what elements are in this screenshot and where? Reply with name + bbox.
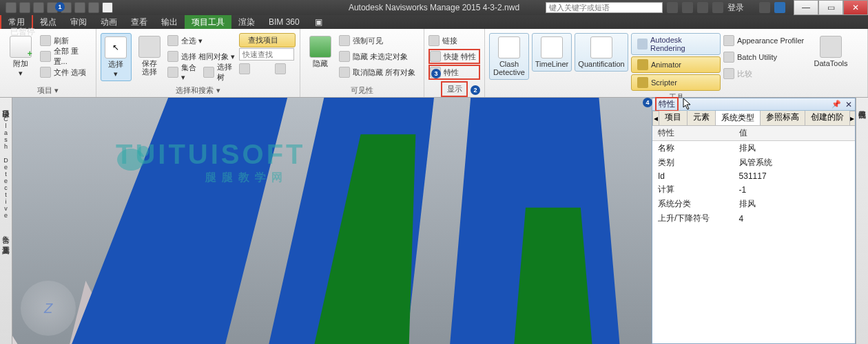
prop-tab-reflevel[interactable]: 参照标高	[760, 111, 805, 125]
hide-unselected-button[interactable]: 隐藏 未选定对象	[339, 49, 420, 64]
badge-3: 3	[431, 69, 441, 78]
badge-2: 2	[471, 85, 480, 95]
appearance-profiler-button[interactable]: Appearance Profiler	[723, 33, 812, 48]
maximize-button[interactable]: ▭	[818, 0, 843, 15]
tab-viewpoint[interactable]: 视点	[33, 15, 63, 30]
exchange-icon[interactable]	[759, 2, 770, 13]
prop-tab-systemtype[interactable]: 系统类型	[715, 111, 761, 126]
tab-scroll-right[interactable]: ▸	[849, 111, 856, 125]
prop-tab-element[interactable]: 元素	[687, 111, 716, 125]
close-button[interactable]: ✕	[843, 0, 868, 15]
animator-icon	[637, 59, 648, 70]
hide-icon	[309, 36, 331, 58]
key-icon[interactable]	[682, 2, 693, 13]
search-input[interactable]	[546, 2, 663, 13]
select-button[interactable]: ↖ 选择▾	[101, 33, 132, 81]
ribbon-group-select: ↖ 选择▾ 保存 选择 全选 ▾ 选择 相同对象 ▾ 集合 ▾选择 树 查找项目…	[96, 29, 300, 97]
right-sidebar: 保存的视点	[856, 98, 868, 344]
open-icon[interactable]	[19, 2, 30, 13]
clash-detective-button[interactable]: Clash Detective	[489, 33, 529, 80]
app-menu-icon[interactable]	[6, 2, 17, 13]
panel-close-icon[interactable]: ✕	[845, 100, 852, 109]
tab-animation[interactable]: 动画	[94, 15, 124, 30]
hide-button[interactable]: 隐藏	[304, 33, 336, 70]
ribbon-group-visibility: 隐藏 强制可见 隐藏 未选定对象 取消隐藏 所有对象 可见性	[300, 29, 424, 97]
left-tab-measure[interactable]: 测量工具	[1, 238, 11, 244]
table-row: 名称排风	[652, 141, 855, 156]
table-row: 类别风管系统	[652, 155, 855, 170]
quantification-button[interactable]: Quantification	[575, 33, 628, 72]
redo-icon[interactable]	[88, 2, 99, 13]
batch-utility-button[interactable]: Batch Utility	[723, 50, 812, 65]
unhide-all-button[interactable]: 取消隐藏 所有对象	[339, 65, 420, 80]
file-options-button[interactable]: 文件 选项	[40, 65, 92, 80]
svg-marker-2	[40, 98, 287, 344]
user-icon[interactable]	[712, 2, 723, 13]
quick-search-input[interactable]	[239, 48, 294, 61]
tab-review[interactable]: 审阅	[63, 15, 94, 30]
filter-icon[interactable]	[275, 63, 286, 74]
left-sidebar: 项目目录 Clash Detective 集合 测量工具	[0, 98, 12, 344]
zoom-icon[interactable]	[239, 63, 250, 74]
force-visible-button[interactable]: 强制可见	[339, 33, 420, 48]
watermark: TUITUISOFT 腿腿教学网	[116, 139, 306, 170]
properties-panel: 特性 📌 ✕ ◂ 项目 元素 系统类型 参照标高 创建的阶 ▸ 特性值 名称排风…	[652, 98, 856, 344]
tab-output[interactable]: 输出	[154, 15, 185, 30]
refresh-small-icon	[40, 35, 51, 46]
select-all-button[interactable]: 全选 ▾	[167, 33, 236, 48]
appearance-icon	[723, 35, 734, 46]
quick-properties-button[interactable]: 快捷 特性	[428, 49, 480, 64]
sets-icon	[167, 67, 178, 78]
left-tab-project-tree[interactable]: 项目目录	[1, 102, 11, 107]
star-icon[interactable]	[697, 2, 708, 13]
file-options-icon	[40, 67, 51, 78]
tab-render[interactable]: 渲染	[231, 15, 262, 30]
prop-tab-item[interactable]: 项目	[659, 111, 688, 125]
force-visible-icon	[339, 35, 350, 46]
undo-icon[interactable]	[74, 2, 85, 13]
right-tab-saved-viewpoints[interactable]: 保存的视点	[857, 102, 867, 107]
cursor-icon: ↖	[105, 36, 127, 58]
sets-button[interactable]: 集合 ▾选择 树	[167, 65, 236, 80]
animator-button[interactable]: Animator	[631, 56, 721, 73]
clash-icon	[498, 36, 520, 58]
link-icon	[428, 35, 440, 46]
properties-grid: 特性值 名称排风 类别风管系统 Id531117 计算-1 系统分类排风 上升/…	[652, 126, 855, 343]
help-icon[interactable]	[774, 2, 785, 13]
find-items-button[interactable]: 查找项目	[239, 33, 296, 47]
left-tab-sets[interactable]: 集合	[1, 227, 11, 233]
tab-itemtools[interactable]: 项目工具	[185, 15, 231, 30]
select-cursor-icon[interactable]	[102, 2, 113, 13]
quickprop-icon	[430, 51, 441, 62]
ribbon-tabs: 常用 视点 审阅 动画 查看 输出 项目工具 渲染 BIM 360 ▣	[0, 15, 868, 29]
properties-header[interactable]: 特性 📌 ✕	[652, 98, 855, 111]
pin-icon[interactable]: 📌	[831, 100, 841, 109]
datatools-button[interactable]: DataTools	[814, 33, 847, 70]
content-area: 项目目录 Clash Detective 集合 测量工具 TUITUISOFT …	[0, 98, 868, 344]
tree-icon	[203, 67, 214, 78]
tab-view[interactable]: 查看	[124, 15, 154, 30]
watermark-logo-icon	[116, 139, 158, 173]
binoculars-icon[interactable]	[667, 2, 678, 13]
left-tab-clash[interactable]: Clash Detective	[3, 113, 10, 222]
save-selection-button[interactable]: 保存 选择	[134, 33, 165, 78]
reset-all-button[interactable]: 全部 重置...	[40, 49, 92, 64]
prop-tab-phase[interactable]: 创建的阶	[805, 111, 850, 125]
login-link[interactable]: 登录	[727, 2, 744, 14]
links-button[interactable]: 链接	[428, 33, 480, 48]
minimize-button[interactable]: —	[794, 0, 818, 15]
compass[interactable]: Z	[21, 281, 76, 336]
append-button[interactable]: + 附加 ▾	[4, 33, 37, 80]
window-buttons: — ▭ ✕	[794, 0, 868, 15]
svg-marker-0	[12, 336, 68, 344]
timeliner-button[interactable]: TimeLiner	[532, 33, 572, 72]
scripter-button[interactable]: Scripter	[631, 74, 721, 91]
group-label-project: 项目 ▾	[4, 84, 92, 97]
save-icon[interactable]	[33, 2, 44, 13]
group-label-display: 显示	[441, 81, 468, 97]
autodesk-rendering-button[interactable]: Autodesk Rendering	[631, 33, 721, 55]
tab-extra-bullet[interactable]: ▣	[307, 16, 331, 28]
properties-tabs: ◂ 项目 元素 系统类型 参照标高 创建的阶 ▸	[652, 111, 855, 126]
tab-bim360[interactable]: BIM 360	[262, 16, 307, 28]
compare-button[interactable]: 比较	[723, 66, 812, 81]
